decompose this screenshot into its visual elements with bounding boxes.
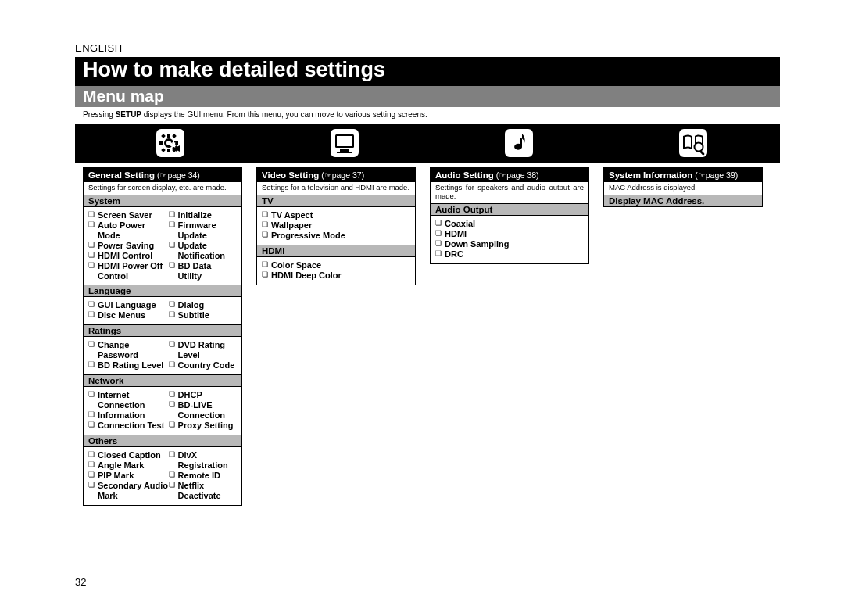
- list-item: Internet Connection: [88, 390, 169, 410]
- section-others: Others: [84, 435, 241, 447]
- list-item: Information: [88, 410, 169, 421]
- list-item: Down Sampling: [435, 239, 584, 249]
- hdmi-list: Color Space HDMI Deep Color: [262, 260, 410, 281]
- ratings-right-list: DVD Rating Level Country Code: [169, 340, 237, 371]
- sysinfo-body-head: Display MAC Address.: [604, 195, 762, 206]
- intro-suffix: displays the GUI menu. From this menu, y…: [141, 110, 427, 119]
- monitor-icon: [329, 127, 360, 159]
- list-item: DVD Rating Level: [169, 340, 237, 360]
- sysinfo-desc: MAC Address is displayed.: [604, 182, 762, 195]
- others-right-list: DivX Registration Remote ID Netflix Deac…: [169, 450, 237, 501]
- list-item: Initialize: [169, 210, 237, 220]
- svg-rect-13: [337, 136, 352, 146]
- network-left-list: Internet Connection Information Connecti…: [88, 390, 169, 431]
- list-item: BD Rating Level: [88, 360, 169, 371]
- list-item: Subtitle: [169, 310, 237, 321]
- svg-rect-16: [505, 129, 533, 157]
- list-item: Update Notification: [169, 241, 237, 261]
- list-item: Auto Power Mode: [88, 220, 169, 241]
- book-magnifier-icon: [678, 127, 709, 159]
- list-item: TV Aspect: [262, 210, 410, 220]
- list-item: BD-LIVE Connection: [169, 400, 237, 421]
- list-item: Closed Caption: [88, 450, 169, 460]
- list-item: Progressive Mode: [262, 231, 410, 241]
- intro-text: Pressing SETUP displays the GUI menu. Fr…: [75, 107, 780, 120]
- page-number: 32: [75, 576, 86, 588]
- section-network: Network: [84, 374, 241, 387]
- list-item: Power Saving: [88, 241, 169, 251]
- page-title: How to make detailed settings: [75, 57, 780, 86]
- list-item: Firmware Update: [169, 220, 237, 241]
- audio-page-ref: (☞page 38): [494, 170, 539, 180]
- language-indicator: ENGLISH: [75, 42, 780, 54]
- list-item: Country Code: [169, 360, 237, 371]
- svg-point-18: [694, 142, 703, 151]
- ratings-left-list: Change Password BD Rating Level: [88, 340, 169, 371]
- card-head-sysinfo: System Information (☞page 39): [604, 168, 762, 182]
- list-item: BD Data Utility: [169, 261, 237, 281]
- icon-strip: [75, 124, 780, 163]
- video-title: Video Setting: [262, 170, 319, 180]
- card-head-video: Video Setting (☞page 37): [257, 168, 415, 182]
- svg-rect-5: [159, 141, 163, 145]
- language-right-list: Dialog Subtitle: [169, 300, 237, 321]
- card-general-setting: General Setting (☞page 34) Settings for …: [83, 167, 242, 506]
- intro-prefix: Pressing: [83, 110, 116, 119]
- list-item: DivX Registration: [169, 450, 237, 471]
- sysinfo-page-ref: (☞page 39): [692, 170, 738, 180]
- system-left-list: Screen Saver Auto Power Mode Power Savin…: [88, 210, 169, 281]
- audio-output-list: Coaxial HDMI Down Sampling DRC: [435, 219, 584, 260]
- svg-rect-15: [337, 152, 352, 153]
- general-title: General Setting: [88, 170, 155, 180]
- others-left-list: Closed Caption Angle Mark PIP Mark Secon…: [88, 450, 169, 501]
- tv-list: TV Aspect Wallpaper Progressive Mode: [262, 210, 410, 241]
- music-note-icon: [503, 127, 535, 159]
- list-item: Proxy Setting: [169, 421, 237, 431]
- section-audio-output: Audio Output: [431, 203, 588, 216]
- video-desc: Settings for a television and HDMI are m…: [257, 182, 415, 195]
- list-item: Netflix Deactivate: [169, 481, 237, 501]
- card-system-information: System Information (☞page 39) MAC Addres…: [603, 167, 763, 207]
- card-head-audio: Audio Setting (☞page 38): [431, 168, 588, 182]
- list-item: Dialog: [169, 300, 237, 310]
- list-item: Disc Menus: [88, 310, 169, 321]
- list-item: HDMI Power Off Control: [88, 261, 169, 281]
- language-left-list: GUI Language Disc Menus: [88, 300, 169, 321]
- network-right-list: DHCP BD-LIVE Connection Proxy Setting: [169, 390, 237, 431]
- section-language: Language: [84, 285, 241, 297]
- general-page-ref: (☞page 34): [155, 170, 200, 180]
- section-ratings: Ratings: [84, 324, 241, 337]
- card-audio-setting: Audio Setting (☞page 38) Settings for sp…: [430, 167, 589, 264]
- list-item: Wallpaper: [262, 220, 410, 231]
- svg-rect-3: [167, 134, 170, 138]
- system-right-list: Initialize Firmware Update Update Notifi…: [169, 210, 237, 281]
- gear-icon: [155, 127, 186, 159]
- list-item: Coaxial: [435, 219, 584, 229]
- list-item: Screen Saver: [88, 210, 169, 220]
- list-item: Color Space: [262, 260, 410, 270]
- general-desc: Settings for screen display, etc. are ma…: [84, 182, 241, 195]
- list-item: HDMI: [435, 229, 584, 239]
- svg-rect-4: [167, 149, 170, 152]
- card-head-general: General Setting (☞page 34): [84, 168, 241, 182]
- list-item: Remote ID: [169, 471, 237, 481]
- card-video-setting: Video Setting (☞page 37) Settings for a …: [256, 167, 416, 285]
- list-item: Secondary Audio Mark: [88, 481, 169, 501]
- section-title-menu-map: Menu map: [75, 86, 780, 107]
- section-hdmi: HDMI: [257, 245, 415, 257]
- list-item: GUI Language: [88, 300, 169, 310]
- audio-title: Audio Setting: [435, 170, 494, 180]
- svg-rect-14: [340, 149, 349, 152]
- audio-desc: Settings for speakers and audio output a…: [431, 182, 588, 203]
- list-item: PIP Mark: [88, 471, 169, 481]
- list-item: Change Password: [88, 340, 169, 360]
- list-item: Angle Mark: [88, 460, 169, 471]
- section-system: System: [84, 195, 241, 207]
- intro-setup-keyword: SETUP: [116, 110, 141, 119]
- list-item: HDMI Deep Color: [262, 270, 410, 281]
- sysinfo-title: System Information: [609, 170, 692, 180]
- list-item: DRC: [435, 249, 584, 260]
- list-item: DHCP: [169, 390, 237, 400]
- list-item: HDMI Control: [88, 251, 169, 261]
- list-item: Connection Test: [88, 421, 169, 431]
